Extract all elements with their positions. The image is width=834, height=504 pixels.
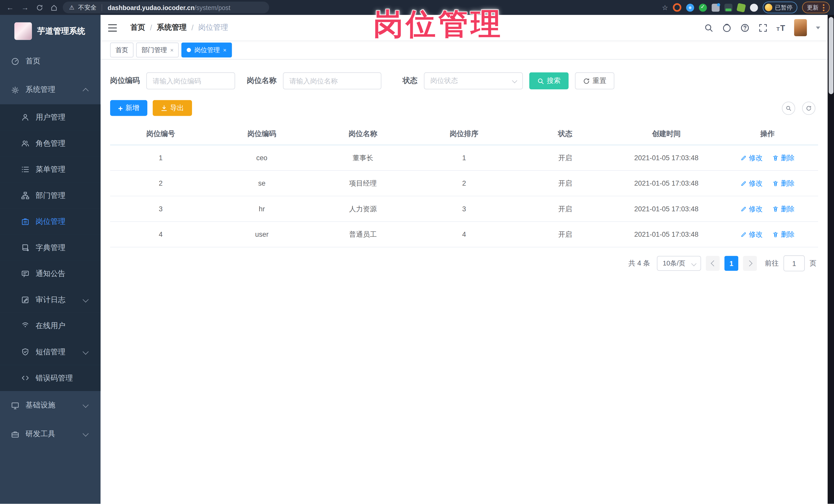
extension-icon-gray-grid[interactable]	[711, 3, 720, 11]
post-code-input[interactable]	[146, 72, 235, 89]
reload-icon[interactable]	[36, 4, 43, 11]
extension-icon-white-bird[interactable]	[750, 3, 758, 11]
extension-icon-green-leaf[interactable]	[737, 3, 746, 12]
post-name-label: 岗位名称	[247, 76, 277, 86]
breadcrumb-home[interactable]: 首页	[130, 23, 145, 32]
toolbox-icon	[11, 430, 19, 438]
next-page-button[interactable]	[743, 256, 757, 271]
browser-update-button[interactable]: 更新	[802, 2, 830, 13]
sidebar-item-menus[interactable]: 菜单管理	[0, 156, 101, 182]
chevron-down-icon	[83, 348, 89, 354]
search-icon[interactable]	[704, 23, 713, 32]
caret-down-icon[interactable]	[816, 26, 820, 29]
plus-icon: +	[118, 104, 123, 112]
sidebar-item-departments[interactable]: 部门管理	[0, 182, 101, 209]
shield-check-icon	[21, 348, 29, 356]
browser-address-bar[interactable]: ⚠ 不安全 dashboard.yudao.iocoder.cn/system/…	[63, 2, 269, 13]
delete-link[interactable]: 删除	[772, 153, 794, 162]
back-icon[interactable]: ←	[6, 3, 14, 12]
extension-icon-blue-pin[interactable]	[686, 3, 694, 11]
header-actions: TT	[704, 19, 828, 36]
page-number-button[interactable]: 1	[724, 256, 738, 271]
extension-icon-green-check[interactable]	[699, 3, 707, 11]
kebab-menu-icon[interactable]	[823, 7, 825, 8]
extension-paused-badge[interactable]: 已暂停	[763, 2, 797, 13]
sidebar-item-dev-tools[interactable]: 研发工具	[0, 420, 101, 448]
bookmark-star-icon[interactable]: ☆	[662, 3, 668, 11]
delete-link[interactable]: 删除	[772, 178, 794, 188]
edit-link[interactable]: 修改	[740, 229, 763, 239]
url-domain: dashboard.yudao.iocoder.cn	[108, 4, 195, 12]
sidebar-item-sms[interactable]: 短信管理	[0, 339, 101, 365]
prev-page-button[interactable]	[706, 256, 720, 271]
pagination: 共 4 条 10条/页 1 前往 页	[110, 247, 818, 279]
sidebar-item-roles[interactable]: 角色管理	[0, 130, 101, 157]
chevron-down-icon	[83, 431, 89, 437]
emoji-face-icon	[765, 4, 772, 11]
help-icon[interactable]	[740, 23, 749, 32]
sidebar-item-audit-log[interactable]: 审计日志	[0, 287, 101, 313]
extension-icon-orange-ring[interactable]	[673, 3, 681, 12]
app-title: 芋道管理系统	[37, 26, 85, 36]
user-icon	[21, 113, 29, 121]
scrollbar-thumb[interactable]	[828, 17, 833, 94]
search-button[interactable]: 搜索	[529, 72, 569, 89]
status-select[interactable]: 岗位状态	[424, 72, 523, 89]
forward-icon[interactable]: →	[21, 3, 29, 12]
sidebar-item-dictionary[interactable]: 字典管理	[0, 235, 101, 261]
close-icon[interactable]: ×	[223, 47, 226, 53]
sidebar-item-users[interactable]: 用户管理	[0, 104, 101, 130]
filter-form: 岗位编码 岗位名称 状态 岗位状态 搜索 重置	[110, 72, 818, 89]
refresh-icon	[806, 105, 812, 111]
extension-icon-dark-gif[interactable]	[724, 3, 732, 11]
annotation-title: 岗位管理	[373, 4, 503, 45]
home-icon[interactable]	[50, 4, 58, 11]
app-logo[interactable]: 芋道管理系统	[0, 15, 101, 47]
post-name-input[interactable]	[283, 72, 381, 89]
chevron-left-icon	[710, 260, 717, 266]
tab-posts[interactable]: 岗位管理 ×	[181, 43, 232, 58]
page-size-select[interactable]: 10条/页	[657, 256, 701, 271]
export-button[interactable]: 导出	[152, 100, 192, 116]
edit-link[interactable]: 修改	[740, 178, 763, 188]
font-size-icon[interactable]: TT	[776, 24, 785, 31]
delete-link[interactable]: 删除	[772, 229, 794, 239]
sidebar-item-infrastructure[interactable]: 基础设施	[0, 391, 101, 420]
delete-link[interactable]: 删除	[772, 204, 794, 214]
status-label: 状态	[403, 76, 418, 86]
page-scrollbar[interactable]	[828, 15, 834, 504]
edit-link[interactable]: 修改	[740, 153, 763, 162]
toggle-search-button[interactable]	[782, 102, 795, 115]
download-icon	[160, 105, 167, 111]
fullscreen-icon[interactable]	[758, 23, 767, 32]
goto-page-input[interactable]	[784, 256, 805, 271]
status-text: 开启	[515, 153, 616, 162]
breadcrumb-system[interactable]: 系统管理	[157, 23, 186, 32]
user-avatar[interactable]	[794, 19, 807, 36]
table-toolbar: + 新增 导出	[110, 100, 818, 116]
edit-link[interactable]: 修改	[740, 204, 763, 214]
sidebar-item-online-users[interactable]: 在线用户	[0, 313, 101, 339]
hamburger-icon[interactable]	[108, 24, 117, 31]
tab-departments[interactable]: 部门管理 ×	[136, 43, 179, 58]
sidebar-item-notices[interactable]: 通知公告	[0, 261, 101, 287]
reset-button[interactable]: 重置	[575, 72, 614, 89]
pencil-icon	[740, 155, 747, 161]
chevron-right-icon	[746, 260, 752, 266]
sidebar-item-system[interactable]: 系统管理	[0, 75, 101, 104]
add-button[interactable]: + 新增	[110, 100, 147, 116]
search-icon	[786, 105, 791, 111]
close-icon[interactable]: ×	[170, 47, 174, 53]
status-text: 开启	[515, 178, 616, 188]
github-icon[interactable]	[722, 23, 731, 32]
screen: ← → ⚠ 不安全 dashboard.yudao.iocoder.cn/sys…	[0, 0, 834, 504]
trash-icon	[772, 231, 778, 238]
sidebar-item-home[interactable]: 首页	[0, 47, 101, 75]
tab-home[interactable]: 首页	[110, 43, 133, 58]
sidebar-item-error-codes[interactable]: 错误码管理	[0, 365, 101, 391]
sidebar-item-posts[interactable]: 岗位管理	[0, 209, 101, 235]
logo-bunny-image	[14, 22, 32, 40]
chevron-down-icon	[83, 296, 89, 302]
refresh-table-button[interactable]	[802, 102, 815, 115]
chevron-down-icon	[83, 402, 89, 408]
